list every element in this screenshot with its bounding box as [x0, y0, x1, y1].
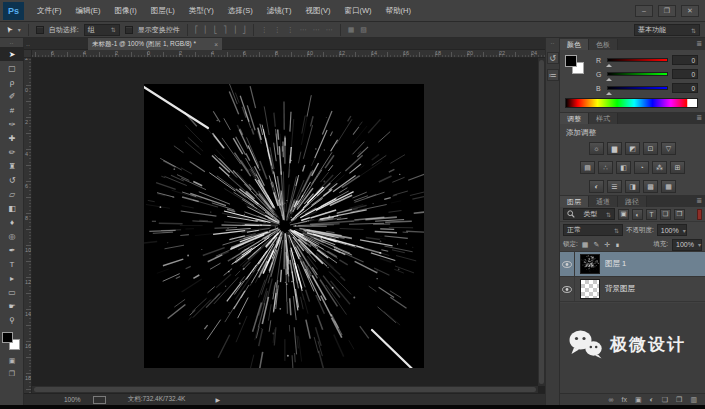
distribute-right-edges-icon[interactable]: ⋯ — [326, 26, 333, 34]
type-tool[interactable]: T — [0, 257, 24, 271]
menu-filter[interactable]: 滤镜(T) — [260, 0, 299, 22]
hand-tool[interactable]: ☛ — [0, 299, 24, 313]
distribute-left-edges-icon[interactable]: ⋯ — [300, 26, 307, 34]
align-vertical-centers-icon[interactable]: ⎥ — [233, 26, 237, 34]
adjustment-icon[interactable]: ⊡ — [643, 142, 658, 155]
layer-filter-type-dropdown[interactable]: 类型 ⇅ — [563, 208, 615, 220]
history-brush-tool[interactable]: ↺ — [0, 173, 24, 187]
align-left-edges-icon[interactable]: ⎡ — [195, 26, 199, 34]
dodge-tool[interactable]: ◎ — [0, 229, 24, 243]
tab-layers[interactable]: 图层 — [560, 196, 589, 207]
horizontal-scrollbar[interactable] — [32, 386, 538, 393]
gradient-tool[interactable]: ◧ — [0, 201, 24, 215]
distribute-top-edges-icon[interactable]: ⋮ — [261, 26, 268, 34]
screen-mode-button[interactable]: ❐ — [0, 367, 24, 380]
new-layer-icon[interactable]: ❐ — [676, 396, 682, 404]
align-right-edges-icon[interactable]: ⎣ — [214, 26, 218, 34]
blur-tool[interactable]: ♦ — [0, 215, 24, 229]
lock-position-icon[interactable]: ✛ — [604, 241, 610, 249]
adjustment-icon[interactable]: ⊞ — [670, 161, 685, 174]
move-tool[interactable]: ➤ — [0, 47, 24, 61]
panel-menu-icon[interactable]: ≣ — [696, 40, 702, 48]
quick-selection-tool[interactable]: ✐ — [0, 89, 24, 103]
color-spectrum-ramp[interactable] — [565, 98, 698, 108]
crop-tool[interactable]: # — [0, 103, 24, 117]
adjustment-icon[interactable]: ∴ — [598, 161, 613, 174]
add-layer-mask-icon[interactable]: ▣ — [635, 396, 642, 404]
align-bottom-edges-icon[interactable]: ⎦ — [242, 26, 246, 34]
lock-all-icon[interactable]: ∎ — [615, 241, 619, 249]
spot-healing-brush-tool[interactable]: ✚ — [0, 131, 24, 145]
menu-type[interactable]: 类型(Y) — [182, 0, 221, 22]
tab-color[interactable]: 颜色 — [560, 39, 589, 50]
vertical-ruler[interactable]: 2024681012141618 — [24, 58, 32, 393]
menu-image[interactable]: 图像(I) — [108, 0, 144, 22]
adjustment-icon[interactable]: ⁂ — [652, 161, 667, 174]
zoom-level[interactable]: 100% — [64, 396, 81, 403]
quick-mask-button[interactable]: ▣ — [0, 354, 24, 367]
distribute-horizontal-centers-icon[interactable]: ⋯ — [313, 26, 320, 34]
auto-select-target-dropdown[interactable]: 组 ⇅ — [84, 24, 120, 36]
foreground-color-swatch[interactable] — [2, 332, 13, 343]
filter-type-layers-icon[interactable]: T — [646, 209, 657, 220]
adjustment-icon[interactable]: ◨ — [625, 180, 640, 193]
opacity-dropdown[interactable]: 100% ▾ — [657, 224, 687, 236]
close-tab-icon[interactable]: × — [214, 41, 218, 48]
tab-styles[interactable]: 样式 — [589, 113, 618, 124]
adjustment-icon[interactable]: ▩ — [643, 180, 658, 193]
tab-channels[interactable]: 通道 — [589, 196, 618, 207]
vertical-scrollbar[interactable] — [538, 58, 545, 386]
channel-value[interactable]: 0 — [672, 69, 698, 79]
visibility-toggle[interactable] — [560, 277, 575, 301]
filter-pixel-layers-icon[interactable]: ▣ — [618, 209, 629, 220]
collapsed-history-panel-icon[interactable]: ↺ — [547, 52, 559, 64]
document-tab[interactable]: 未标题-1 @ 100% (图层 1, RGB/8) * × — [88, 38, 222, 50]
layer-filter-toggle[interactable] — [697, 209, 702, 220]
link-layers-icon[interactable]: ∞ — [609, 396, 614, 403]
menu-window[interactable]: 窗口(W) — [337, 0, 378, 22]
rectangle-shape-tool[interactable]: ▭ — [0, 285, 24, 299]
tool-preset-arrow-icon[interactable]: ▾ — [18, 26, 21, 33]
new-group-icon[interactable]: ❏ — [662, 396, 668, 404]
layer-row-background[interactable]: 背景图层 — [560, 277, 705, 302]
path-selection-tool[interactable]: ▸ — [0, 271, 24, 285]
auto-select-checkbox[interactable] — [36, 26, 44, 34]
status-options-arrow-icon[interactable]: ▶ — [215, 396, 220, 403]
adjustment-icon[interactable]: ▆ — [607, 142, 622, 155]
lasso-tool[interactable]: ρ — [0, 75, 24, 89]
panel-menu-icon[interactable]: ≣ — [696, 114, 702, 122]
layer-thumbnail[interactable] — [580, 254, 600, 274]
filter-adjustment-layers-icon[interactable]: ◐ — [632, 209, 643, 220]
menu-select[interactable]: 选择(S) — [221, 0, 260, 22]
eraser-tool[interactable]: ▱ — [0, 187, 24, 201]
rectangular-marquee-tool[interactable]: ▢ — [0, 61, 24, 75]
clone-stamp-tool[interactable]: ♜ — [0, 159, 24, 173]
auto-align-layers-icon[interactable]: ▦ — [348, 26, 355, 34]
adjustment-icon[interactable]: ◔ — [634, 161, 649, 174]
menu-view[interactable]: 视图(V) — [298, 0, 337, 22]
new-adjustment-layer-icon[interactable]: ◐ — [650, 396, 654, 403]
adjustment-icon[interactable]: ▽ — [661, 142, 676, 155]
maximize-button[interactable]: ❐ — [658, 5, 676, 17]
layer-row-layer-1[interactable]: 图层 1 — [560, 252, 705, 277]
menu-help[interactable]: 帮助(H) — [379, 0, 418, 22]
distribute-bottom-edges-icon[interactable]: ⋮ — [287, 26, 294, 34]
align-horizontal-centers-icon[interactable]: ⎢ — [204, 26, 208, 34]
lock-transparent-pixels-icon[interactable]: ▦ — [582, 241, 589, 249]
channel-slider[interactable] — [607, 86, 668, 90]
delete-layer-icon[interactable]: ▥ — [690, 396, 697, 404]
channel-value[interactable]: 0 — [672, 55, 698, 65]
lock-image-pixels-icon[interactable]: ✎ — [593, 241, 599, 249]
canvas[interactable] — [144, 84, 424, 368]
menu-edit[interactable]: 编辑(E) — [69, 0, 108, 22]
show-transform-checkbox[interactable] — [125, 26, 133, 34]
adjustment-icon[interactable]: ☰ — [607, 180, 622, 193]
tab-adjustments[interactable]: 调整 — [560, 113, 589, 124]
fill-dropdown[interactable]: 100% ▾ — [672, 239, 702, 251]
tab-paths[interactable]: 路径 — [618, 196, 647, 207]
adjustment-icon[interactable]: ◩ — [625, 142, 640, 155]
adjustment-icon[interactable]: ◧ — [616, 161, 631, 174]
filter-smart-objects-icon[interactable]: ❒ — [674, 209, 685, 220]
menu-layer[interactable]: 图层(L) — [144, 0, 182, 22]
minimize-button[interactable]: – — [635, 5, 653, 17]
